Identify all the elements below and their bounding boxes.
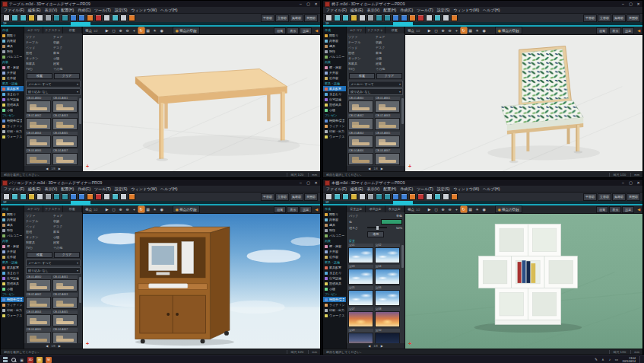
color-swatch[interactable]: [381, 219, 402, 224]
maximize-button[interactable]: ▢: [306, 2, 311, 6]
viewport-tool-button[interactable]: ◻: [433, 27, 439, 33]
category-link[interactable]: 雑貨: [53, 61, 81, 66]
toolbar-button-icon[interactable]: [53, 14, 60, 21]
part-thumbnail[interactable]: CB-01-A660: [26, 275, 51, 291]
menu-item[interactable]: ヘルプ(H): [160, 8, 177, 12]
menu-item[interactable]: ツール(T): [417, 8, 433, 12]
maximize-button[interactable]: ▢: [628, 180, 633, 185]
tray-icon[interactable]: ▭: [613, 358, 620, 361]
nav-item[interactable]: ライティング: [323, 302, 346, 307]
toolbar-button-icon[interactable]: [128, 193, 135, 200]
menu-item[interactable]: 作成(C): [400, 8, 413, 12]
toolbar-button-icon[interactable]: [36, 14, 43, 21]
view-option-button[interactable]: 表示: [609, 206, 621, 213]
toolbar-button-icon[interactable]: [112, 14, 119, 21]
nav-item[interactable]: ライティング: [1, 123, 24, 129]
menu-item[interactable]: ヘルプ(H): [483, 186, 500, 191]
taskbar-app-button[interactable]: ▤: [35, 356, 44, 363]
nav-item[interactable]: 作成: [323, 206, 346, 212]
nav-item[interactable]: 印刷・出力: [1, 129, 24, 134]
toolbar-button-icon[interactable]: [342, 193, 349, 200]
toolbar-button-icon[interactable]: [78, 14, 85, 21]
toolbar-button-icon[interactable]: [426, 193, 433, 200]
minimize-button[interactable]: –: [620, 180, 626, 185]
menu-item[interactable]: 編集(E): [351, 186, 363, 191]
close-button[interactable]: ✕: [313, 2, 319, 6]
nav-item[interactable]: 家具・設備: [323, 260, 346, 265]
menu-item[interactable]: 作成(C): [400, 186, 413, 191]
category-link[interactable]: 照明: [26, 229, 53, 234]
category-link[interactable]: デスク: [376, 45, 403, 50]
toolbar-button-icon[interactable]: [417, 14, 424, 21]
floor-label[interactable]: 1F: [3, 201, 7, 204]
toolbar-button-icon[interactable]: [376, 193, 382, 200]
toolbar-button-icon[interactable]: [87, 193, 94, 200]
panel-expand-icon[interactable]: ◀: [637, 28, 640, 33]
nav-item[interactable]: 家具配置: [323, 86, 346, 91]
next-page-button[interactable]: ▶: [381, 167, 383, 170]
menu-item[interactable]: ファイル(F): [326, 8, 347, 12]
search-button[interactable]: 検索: [349, 73, 375, 79]
viewport-tool-button[interactable]: ▦: [145, 206, 151, 212]
view-option-button[interactable]: 設定: [300, 27, 312, 34]
panel-expand-icon[interactable]: ◀: [315, 207, 318, 212]
category-link[interactable]: 収納: [53, 40, 81, 45]
viewport-tool-button[interactable]: ⊕: [118, 206, 124, 212]
register-viewpoint-button[interactable]: ◉視点の登録: [173, 205, 200, 213]
menu-item[interactable]: 表示(V): [45, 8, 58, 12]
category-link[interactable]: ソファ: [26, 213, 53, 218]
task-view-button[interactable]: ▣: [17, 356, 26, 363]
view-mode-button[interactable]: 平面図: [261, 193, 274, 201]
toolbar-button-icon[interactable]: [3, 193, 10, 200]
category-link[interactable]: 和家具: [26, 61, 53, 66]
nav-item[interactable]: 内装材: [1, 217, 24, 222]
maximize-button[interactable]: ▢: [306, 180, 311, 185]
toolbar-button-icon[interactable]: [434, 14, 441, 21]
view-mode-button[interactable]: 展開図: [627, 193, 640, 201]
nav-item[interactable]: 時間帯/背景: [1, 297, 24, 302]
nav-item[interactable]: 天井材: [323, 70, 346, 75]
close-button[interactable]: ✕: [636, 2, 641, 6]
nav-item[interactable]: プレゼン: [1, 113, 24, 118]
category-link[interactable]: キッチン: [26, 56, 53, 61]
toolbar-button-icon[interactable]: [11, 14, 18, 21]
view-mode-button[interactable]: 鳥瞰図: [290, 14, 303, 22]
nav-item[interactable]: 造作材: [323, 75, 346, 81]
next-page-button[interactable]: ▶: [59, 167, 61, 170]
nav-item[interactable]: 内装: [1, 238, 24, 244]
view-mode-button[interactable]: 展開図: [627, 14, 640, 22]
nav-item[interactable]: 造作材: [323, 254, 346, 260]
toolbar-button-icon[interactable]: [87, 14, 94, 21]
nav-item[interactable]: 造作材: [1, 254, 24, 260]
slider-knob[interactable]: [376, 226, 379, 230]
panel-expand-icon[interactable]: ◀: [637, 207, 640, 212]
toolbar-button-icon[interactable]: [351, 14, 357, 21]
viewport-tool-button[interactable]: ▶: [104, 206, 110, 212]
minimize-button[interactable]: –: [298, 2, 303, 6]
part-thumbnail[interactable]: CB-01-A660: [26, 97, 51, 113]
next-page-button[interactable]: ▶: [59, 344, 61, 348]
menu-item[interactable]: ウィンドウ(W): [453, 186, 479, 191]
category-link[interactable]: 雑貨: [53, 240, 81, 245]
viewport-canvas-pc-desk[interactable]: +: [83, 214, 320, 349]
toolbar-button-icon[interactable]: [62, 14, 68, 21]
viewport-tool-button[interactable]: ▦: [468, 206, 474, 212]
nav-item[interactable]: 時間帯/背景: [323, 118, 346, 123]
viewport-tool-button[interactable]: +: [454, 206, 460, 212]
view-mode-button[interactable]: 立面図: [598, 193, 611, 201]
menu-item[interactable]: ウィンドウ(W): [131, 8, 157, 12]
nav-item[interactable]: 住宅設備: [1, 97, 24, 102]
floor-label[interactable]: 1F: [3, 22, 7, 25]
toolbar-button-icon[interactable]: [451, 193, 458, 200]
viewport-tool-button[interactable]: ⊖: [447, 27, 453, 33]
nav-item[interactable]: 印刷・出力: [323, 307, 346, 313]
toolbar-button-icon[interactable]: [95, 14, 102, 21]
category-link[interactable]: デスク: [53, 224, 81, 229]
nav-item[interactable]: 水まわり: [1, 91, 24, 97]
nav-item[interactable]: ライティング: [1, 302, 24, 307]
search-button[interactable]: [9, 356, 17, 363]
part-thumbnail[interactable]: CB-01-A660: [348, 97, 373, 113]
view-mode-button[interactable]: 展開図: [304, 14, 318, 22]
part-thumbnail[interactable]: CB-02-A662: [26, 114, 51, 130]
menu-item[interactable]: 配置(H): [383, 186, 396, 191]
